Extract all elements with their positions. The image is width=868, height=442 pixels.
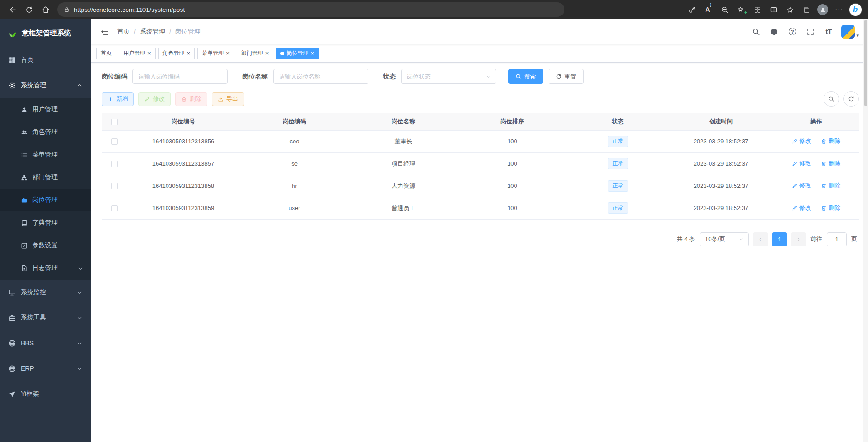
close-icon[interactable]: ×	[226, 50, 230, 56]
status-badge: 正常	[608, 136, 628, 147]
scrollbar-thumb[interactable]	[864, 20, 867, 106]
export-button[interactable]: 导出	[212, 92, 244, 106]
browser-refresh-button[interactable]	[21, 2, 37, 17]
close-icon[interactable]: ×	[147, 50, 151, 56]
post-code-input[interactable]	[132, 69, 228, 84]
tab-menu-management[interactable]: 菜单管理 ×	[197, 48, 234, 59]
fullscreen-icon[interactable]	[805, 26, 816, 37]
row-delete-link[interactable]: 删除	[821, 137, 840, 145]
sidebar-item-system-monitor[interactable]: 系统监控	[0, 280, 91, 305]
row-checkbox[interactable]	[111, 205, 118, 211]
select-all-checkbox[interactable]	[111, 119, 118, 125]
split-screen-icon[interactable]	[765, 2, 782, 17]
table-body: 1641030593112313856 ceo 董事长 100 正常 2023-…	[102, 130, 859, 219]
tab-post-management[interactable]: 岗位管理 ×	[276, 48, 319, 59]
delete-button[interactable]: 删除	[175, 92, 207, 106]
sidebar-subitem-post-management[interactable]: 岗位管理	[0, 189, 91, 211]
sidebar-item-bbs[interactable]: BBS	[0, 330, 91, 356]
sidebar-subitem-dict-management[interactable]: 字典管理	[0, 211, 91, 234]
breadcrumb-separator: /	[169, 28, 171, 35]
sidebar-fold-icon[interactable]	[100, 27, 109, 36]
help-icon[interactable]: ?	[787, 26, 798, 37]
created-time-cell: 2023-03-29 18:52:37	[669, 197, 773, 219]
row-checkbox[interactable]	[111, 161, 118, 167]
post-sort-cell: 100	[458, 175, 567, 197]
main-area: 首页 / 系统管理 / 岗位管理 ? tT ▾ 首页	[91, 19, 868, 442]
collections-icon[interactable]	[798, 2, 814, 17]
goto-page-input[interactable]	[827, 232, 847, 246]
tab-dept-management[interactable]: 部门管理 ×	[237, 48, 274, 59]
github-icon[interactable]	[769, 26, 780, 37]
sidebar-subitem-role-management[interactable]: 角色管理	[0, 121, 91, 143]
row-checkbox[interactable]	[111, 138, 118, 145]
user-avatar-dropdown[interactable]: ▾	[841, 25, 859, 39]
sidebar-item-home[interactable]: 首页	[0, 47, 91, 73]
reset-button[interactable]: 重置	[549, 69, 584, 84]
status-select[interactable]: 岗位状态	[401, 69, 496, 84]
password-key-icon[interactable]	[684, 2, 700, 17]
header-search-icon[interactable]	[750, 26, 761, 37]
sidebar-subitem-log-management[interactable]: 日志管理	[0, 257, 91, 280]
chevron-down-icon	[77, 290, 83, 295]
tab-role-management[interactable]: 角色管理 ×	[158, 48, 195, 59]
row-edit-link[interactable]: 修改	[792, 182, 811, 190]
row-delete-link[interactable]: 删除	[821, 204, 840, 212]
edit-icon	[792, 205, 798, 211]
sidebar-subitem-param-settings[interactable]: 参数设置	[0, 234, 91, 257]
current-page-button[interactable]: 1	[772, 232, 787, 246]
status-label: 状态	[383, 73, 396, 81]
zoom-out-icon[interactable]	[716, 2, 733, 17]
refresh-icon	[556, 74, 562, 79]
breadcrumb-system-management[interactable]: 系统管理	[140, 28, 165, 36]
refresh-table-button[interactable]	[843, 91, 859, 107]
post-sort-cell: 100	[458, 152, 567, 175]
app-logo[interactable]: 意框架管理系统	[0, 19, 91, 47]
browser-more-menu-icon[interactable]: ⋯	[831, 2, 847, 17]
col-created: 创建时间	[669, 113, 773, 130]
row-edit-link[interactable]: 修改	[792, 204, 811, 212]
close-icon[interactable]: ×	[310, 50, 314, 56]
extensions-icon[interactable]	[749, 2, 765, 17]
search-button[interactable]: 搜索	[508, 69, 543, 84]
breadcrumb-home[interactable]: 首页	[117, 28, 130, 36]
tab-home[interactable]: 首页	[96, 48, 116, 59]
tab-user-management[interactable]: 用户管理 ×	[119, 48, 156, 59]
prev-page-button[interactable]: ‹	[753, 232, 768, 246]
toggle-search-button[interactable]	[824, 91, 839, 107]
sidebar-subitem-user-management[interactable]: 用户管理	[0, 98, 91, 121]
address-bar[interactable]: https://ccnetcore.com:1101/system/post	[57, 2, 564, 17]
row-delete-link[interactable]: 删除	[821, 182, 840, 190]
row-edit-link[interactable]: 修改	[792, 137, 811, 145]
page-size-select[interactable]: 10条/页	[700, 232, 749, 246]
read-aloud-icon[interactable]: A)	[700, 2, 716, 17]
favorites-add-icon[interactable]: +	[733, 2, 749, 17]
bing-copilot-icon[interactable]: b	[847, 2, 863, 17]
favorites-bar-icon[interactable]	[782, 2, 798, 17]
browser-back-button[interactable]	[5, 2, 21, 17]
sidebar-item-erp[interactable]: ERP	[0, 356, 91, 381]
sidebar-item-system-management[interactable]: 系统管理	[0, 73, 91, 98]
sidebar-subitem-dept-management[interactable]: 部门管理	[0, 166, 91, 189]
post-id-cell: 1641030593112313859	[127, 197, 240, 219]
user-avatar	[841, 25, 855, 39]
font-size-icon[interactable]: tT	[823, 26, 834, 37]
profile-avatar[interactable]	[814, 2, 831, 17]
row-delete-link[interactable]: 删除	[821, 159, 840, 167]
system-management-submenu: 用户管理 角色管理 菜单管理 部门管理 岗位管理	[0, 98, 91, 280]
edit-button[interactable]: 修改	[138, 92, 171, 106]
sidebar-item-yi-framework[interactable]: Yi框架	[0, 381, 91, 407]
created-time-cell: 2023-03-29 18:52:37	[669, 130, 773, 152]
browser-home-button[interactable]	[37, 2, 54, 17]
book-icon	[21, 220, 28, 226]
add-button[interactable]: 新增	[102, 92, 134, 106]
close-icon[interactable]: ×	[187, 50, 191, 56]
sidebar-subitem-menu-management[interactable]: 菜单管理	[0, 143, 91, 166]
sidebar-item-system-tools[interactable]: 系统工具	[0, 305, 91, 330]
row-checkbox[interactable]	[111, 183, 118, 189]
browser-toolbar: https://ccnetcore.com:1101/system/post A…	[0, 0, 868, 19]
site-permissions-icon[interactable]	[64, 6, 70, 13]
row-edit-link[interactable]: 修改	[792, 159, 811, 167]
close-icon[interactable]: ×	[265, 50, 269, 56]
next-page-button[interactable]: ›	[791, 232, 806, 246]
post-name-input[interactable]	[273, 69, 368, 84]
